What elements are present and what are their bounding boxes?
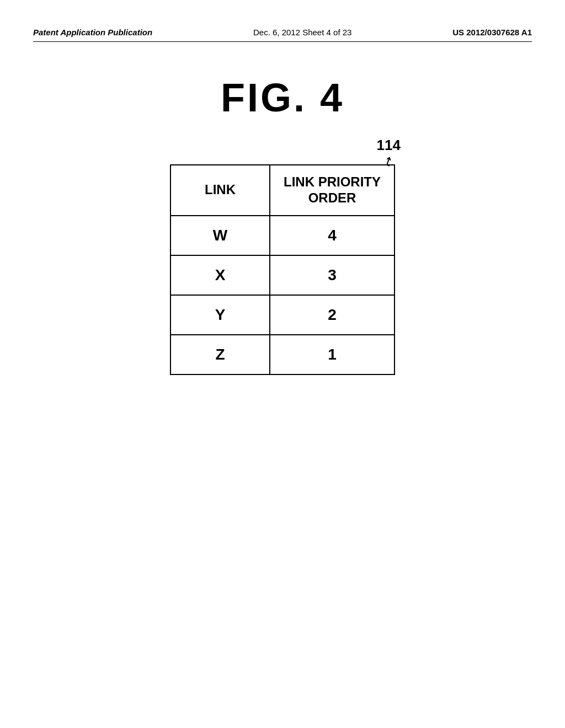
header-patent-number-label: US 2012/0307628 A1 <box>452 28 532 37</box>
reference-number: 114 <box>377 137 401 154</box>
cell-link-w: W <box>170 216 270 255</box>
reference-arrow-icon: ⤵ <box>384 154 393 168</box>
cell-priority-1: 1 <box>270 335 395 374</box>
table-header-row: LINK LINK PRIORITYORDER <box>170 165 395 216</box>
table-row: Z 1 <box>170 335 395 374</box>
cell-link-z: Z <box>170 335 270 374</box>
header-publication-label: Patent Application Publication <box>33 28 152 37</box>
column-header-link: LINK <box>170 165 270 216</box>
table-row: W 4 <box>170 216 395 255</box>
link-priority-table: LINK LINK PRIORITYORDER W 4 X 3 Y <box>170 164 395 375</box>
cell-priority-4: 4 <box>270 216 395 255</box>
cell-priority-3: 3 <box>270 255 395 295</box>
page-header: Patent Application Publication Dec. 6, 2… <box>33 28 532 42</box>
cell-link-x: X <box>170 255 270 295</box>
diagram-area: 114 ⤵ LINK LINK PRIORITYORDER W 4 <box>33 164 532 375</box>
table-wrapper: 114 ⤵ LINK LINK PRIORITYORDER W 4 <box>170 164 395 375</box>
cell-priority-2: 2 <box>270 295 395 335</box>
cell-link-y: Y <box>170 295 270 335</box>
figure-title: FIG. 4 <box>33 75 532 120</box>
page-container: Patent Application Publication Dec. 6, 2… <box>0 0 565 728</box>
reference-label: 114 ⤵ <box>377 137 401 168</box>
column-header-priority: LINK PRIORITYORDER <box>270 165 395 216</box>
header-date-sheet-label: Dec. 6, 2012 Sheet 4 of 23 <box>253 28 351 37</box>
table-row: X 3 <box>170 255 395 295</box>
table-row: Y 2 <box>170 295 395 335</box>
